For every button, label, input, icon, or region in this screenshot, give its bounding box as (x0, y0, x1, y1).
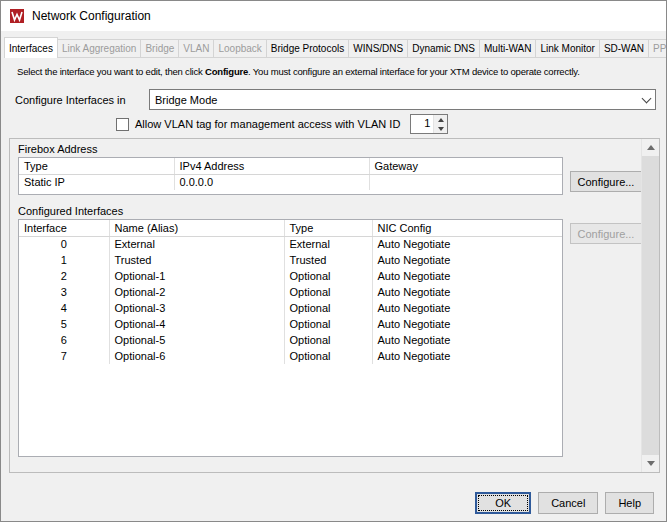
spin-down-button[interactable] (434, 124, 447, 133)
ok-button[interactable]: OK (475, 492, 531, 514)
interface-cell: 7 (19, 348, 109, 364)
tab-bar: Interfaces Link Aggregation Bridge VLAN … (4, 34, 666, 58)
nic-config-cell: Auto Negotiate (372, 332, 562, 348)
tab-link-aggregation: Link Aggregation (57, 39, 142, 57)
tab-label: PPPoE (653, 43, 667, 54)
column-header: NIC Config (372, 220, 562, 236)
tab-label: Bridge Protocols (271, 43, 344, 54)
vertical-scrollbar[interactable] (641, 139, 659, 472)
type-cell: Optional (284, 348, 372, 364)
table-row[interactable]: 0 External External Auto Negotiate (19, 236, 562, 252)
column-header: Gateway (369, 158, 562, 174)
firebox-address-title: Firebox Address (18, 143, 97, 155)
vlan-tag-label: Allow VLAN tag for management access wit… (135, 118, 400, 130)
type-cell: Optional (284, 300, 372, 316)
column-header: Type (19, 158, 174, 174)
configure-mode-row: Configure Interfaces in Bridge Mode (15, 89, 656, 110)
table-row[interactable]: 2 Optional-1 Optional Auto Negotiate (19, 268, 562, 284)
tab-label: Link Aggregation (62, 43, 137, 54)
spinner-buttons (433, 115, 447, 133)
instructions-text: Select the interface you want to edit, t… (17, 66, 660, 77)
type-cell: Static IP (19, 174, 174, 190)
type-cell: Optional (284, 316, 372, 332)
table-row[interactable]: 1 Trusted Trusted Auto Negotiate (19, 252, 562, 268)
name-cell: Optional-1 (109, 268, 284, 284)
configure-mode-select[interactable]: Bridge Mode (149, 89, 656, 110)
nic-config-cell: Auto Negotiate (372, 348, 562, 364)
tab-bridge-protocols[interactable]: Bridge Protocols (266, 39, 349, 57)
chevron-down-icon[interactable] (637, 98, 655, 102)
tab-loopback: Loopback (213, 39, 266, 57)
type-cell: Optional (284, 332, 372, 348)
interface-cell: 0 (19, 236, 109, 252)
interface-cell: 1 (19, 252, 109, 268)
vlan-id-value[interactable]: 1 (411, 115, 433, 133)
type-cell: Optional (284, 284, 372, 300)
column-header: Name (Alias) (109, 220, 284, 236)
nic-config-cell: Auto Negotiate (372, 284, 562, 300)
tab-vlan: VLAN (178, 39, 214, 57)
tab-label: Interfaces (9, 43, 53, 54)
table-row[interactable]: 3 Optional-2 Optional Auto Negotiate (19, 284, 562, 300)
tab-multi-wan[interactable]: Multi-WAN (479, 39, 536, 57)
type-cell: Trusted (284, 252, 372, 268)
tab-pppoe: PPPoE (648, 39, 667, 57)
name-cell: Optional-2 (109, 284, 284, 300)
configure-mode-value: Bridge Mode (150, 94, 637, 106)
tab-label: Dynamic DNS (412, 43, 475, 54)
titlebar: Network Configuration (1, 1, 666, 31)
scroll-up-icon[interactable] (642, 139, 659, 156)
configured-interfaces-title: Configured Interfaces (18, 205, 123, 217)
scroll-down-icon[interactable] (642, 455, 659, 472)
column-header: IPv4 Address (174, 158, 369, 174)
footer-buttons: OK Cancel Help (475, 492, 654, 514)
nic-config-cell: Auto Negotiate (372, 316, 562, 332)
configure-firebox-button[interactable]: Configure... (570, 171, 642, 192)
tab-label: Loopback (218, 43, 261, 54)
table-row[interactable]: 4 Optional-3 Optional Auto Negotiate (19, 300, 562, 316)
vlan-id-spinner[interactable]: 1 (410, 114, 448, 134)
tab-label: WINS/DNS (353, 43, 403, 54)
name-cell: Trusted (109, 252, 284, 268)
interface-cell: 2 (19, 268, 109, 284)
vlan-tag-checkbox[interactable] (116, 118, 129, 131)
help-button[interactable]: Help (605, 492, 654, 514)
name-cell: Optional-5 (109, 332, 284, 348)
tab-sd-wan[interactable]: SD-WAN (599, 39, 649, 57)
nic-config-cell: Auto Negotiate (372, 268, 562, 284)
vlan-row: Allow VLAN tag for management access wit… (116, 114, 448, 134)
interface-cell: 5 (19, 316, 109, 332)
tab-dynamic-dns[interactable]: Dynamic DNS (407, 39, 480, 57)
network-configuration-dialog: Network Configuration Interfaces Link Ag… (0, 0, 667, 522)
interfaces-header-row: Interface Name (Alias) Type NIC Config (19, 220, 562, 236)
nic-config-cell: Auto Negotiate (372, 252, 562, 268)
tab-label: SD-WAN (604, 43, 644, 54)
interface-cell: 3 (19, 284, 109, 300)
table-row[interactable]: 5 Optional-4 Optional Auto Negotiate (19, 316, 562, 332)
nic-config-cell: Auto Negotiate (372, 300, 562, 316)
column-header: Interface (19, 220, 109, 236)
type-cell: Optional (284, 268, 372, 284)
configured-interfaces-table: Interface Name (Alias) Type NIC Config 0… (18, 219, 563, 457)
gateway-cell (369, 174, 562, 190)
tab-label: Multi-WAN (484, 43, 531, 54)
type-cell: External (284, 236, 372, 252)
tab-wins-dns[interactable]: WINS/DNS (348, 39, 408, 57)
table-row[interactable]: Static IP 0.0.0.0 (19, 174, 562, 190)
app-icon (9, 8, 25, 24)
configure-interface-button: Configure... (570, 223, 642, 244)
table-row[interactable]: 7 Optional-6 Optional Auto Negotiate (19, 348, 562, 364)
scrollbar-thumb[interactable] (642, 156, 659, 455)
tab-bridge: Bridge (140, 39, 179, 57)
cancel-button[interactable]: Cancel (538, 492, 598, 514)
configure-mode-label: Configure Interfaces in (15, 94, 149, 106)
tab-label: Bridge (145, 43, 174, 54)
nic-config-cell: Auto Negotiate (372, 236, 562, 252)
table-row[interactable]: 6 Optional-5 Optional Auto Negotiate (19, 332, 562, 348)
tab-link-monitor[interactable]: Link Monitor (535, 39, 599, 57)
tab-interfaces[interactable]: Interfaces (4, 37, 58, 58)
name-cell: Optional-3 (109, 300, 284, 316)
spin-up-button[interactable] (434, 115, 447, 124)
name-cell: Optional-6 (109, 348, 284, 364)
firebox-address-table: Type IPv4 Address Gateway Static IP 0.0.… (18, 157, 563, 195)
